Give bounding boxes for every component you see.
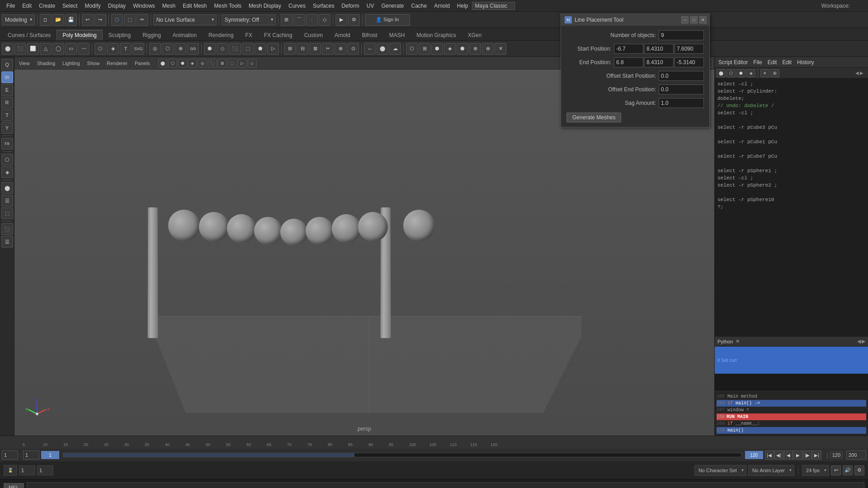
tool-bevel[interactable]: ◇ [217,43,228,55]
tool-extra1[interactable]: ⬡ [406,43,418,55]
range-end-indicator[interactable]: 120 [745,451,763,459]
sphere-3[interactable] [227,214,256,243]
script-editor-edit2[interactable]: Edit [782,59,792,66]
step-back-btn[interactable]: ◀| [774,450,783,460]
status-frame-input[interactable] [19,465,35,475]
sphere-6[interactable] [306,217,334,245]
menu-generate[interactable]: Generate [377,2,407,10]
offset-start-input[interactable] [659,71,704,81]
vp-shading[interactable]: Shading [34,60,58,66]
render-settings-btn[interactable]: ⚙ [348,14,360,26]
tool-svg[interactable]: SVG [132,43,144,55]
vp-icon7[interactable]: ⊞ [218,59,227,68]
tool-separate[interactable]: ◈ [107,43,119,55]
symmetry-dropdown[interactable]: Symmetry: Off [222,14,276,25]
play-forward-btn[interactable]: ▶ [793,450,802,460]
menu-mesh[interactable]: Mesh [159,2,179,10]
menu-windows[interactable]: Windows [129,2,159,10]
tool-universal[interactable]: T [1,109,13,121]
tool-cube[interactable]: ⬛ [14,43,26,55]
menu-surfaces[interactable]: Surfaces [309,2,338,10]
vp-icon8[interactable]: ⬚ [228,59,237,68]
vp-view[interactable]: View [16,60,33,66]
start-y-input[interactable] [644,44,674,54]
tab-poly-modeling[interactable]: Poly Modeling [57,30,102,40]
menu-edit-mesh[interactable]: Edit Mesh [179,2,210,10]
tool-show[interactable]: ☰ [1,195,13,206]
offset-end-input[interactable] [659,84,704,94]
tool-outliner[interactable]: ⬚ [1,207,13,219]
tool-target-weld[interactable]: ⊙ [347,43,359,55]
tool-fill[interactable]: ⬚ [242,43,254,55]
tool-extra3[interactable]: ⬢ [431,43,443,55]
current-frame-input[interactable] [2,450,18,460]
se-btn6[interactable]: ⊞ [770,69,779,77]
tool-wedge[interactable]: ▷ [267,43,279,55]
tool-soft-mod[interactable]: Y [1,122,13,134]
tool-extract[interactable]: T [120,43,132,55]
tool-move[interactable]: W [1,71,13,83]
snap-curve-btn[interactable]: ⌒ [293,14,305,26]
fps-dropdown[interactable]: 24 fps [802,465,829,476]
render-btn[interactable]: ▶ [335,14,347,26]
se-btn1[interactable]: ⬤ [717,69,726,77]
mode-dropdown[interactable]: Modeling [2,14,35,25]
start-z-input[interactable] [675,44,704,54]
tool-cone[interactable]: △ [40,43,52,55]
tool-extra8[interactable]: ✕ [495,43,506,55]
tool-mirror[interactable]: ⬡ [162,43,174,55]
tool-poke[interactable]: ⬟ [255,43,266,55]
menu-help[interactable]: Help [453,2,472,10]
se-btn4[interactable]: ◈ [746,69,755,77]
python-code-block[interactable]: 265 Main method 266 if main() -> 267 win… [715,391,868,436]
win-restore-btn[interactable]: □ [690,16,698,23]
menu-edit[interactable]: Edit [19,2,35,10]
vp-panels[interactable]: Panels [132,60,153,66]
menu-file[interactable]: File [3,2,19,10]
undo-btn[interactable]: ↩ [82,14,94,26]
open-btn[interactable]: 📂 [52,14,64,26]
tool-transform[interactable]: ↔ [364,43,376,55]
tool-boolean[interactable]: ⊕ [175,43,186,55]
script-editor-edit[interactable]: Edit [768,59,777,66]
sign-in-btn[interactable]: 👤 Sign In [365,14,410,26]
select-tool[interactable]: ⬡ [111,14,123,26]
mel-tab[interactable]: MEL [4,483,24,488]
win-minimize-btn[interactable]: – [681,16,689,23]
tool-snap2[interactable]: ◈ [1,166,13,178]
tool-extrude[interactable]: ⬢ [204,43,216,55]
go-to-end-btn[interactable]: ▶| [812,450,821,460]
tab-fx-caching[interactable]: FX Caching [258,30,298,40]
end-y-input[interactable] [644,57,674,67]
tool-multicut[interactable]: ⊗ [335,43,346,55]
vp-icon3[interactable]: ⬢ [178,59,187,68]
tool-cylinder[interactable]: ⬜ [27,43,39,55]
tab-custom[interactable]: Custom [298,30,329,40]
tab-bifrost[interactable]: Bifrost [356,30,383,40]
python-close[interactable]: ✕ [736,338,740,344]
tool-offset-loop[interactable]: ⊟ [297,43,308,55]
script-editor-history[interactable]: History [797,59,814,66]
start-frame-input[interactable] [23,450,39,460]
tab-rigging[interactable]: Rigging [137,30,167,40]
vp-icon4[interactable]: ◈ [188,59,197,68]
python-arrow-left[interactable]: ◀ [857,338,861,344]
range-start-indicator[interactable]: 1 [41,451,59,459]
num-objects-input[interactable] [659,30,704,40]
play-back-btn[interactable]: ◀ [784,450,793,460]
status-icon2[interactable]: 🔊 [843,465,853,475]
tool-remesh[interactable]: 0/0 [187,43,199,55]
tab-arnold[interactable]: Arnold [329,30,356,40]
vp-renderer[interactable]: Renderer [104,60,130,66]
vp-icon2[interactable]: ⬡ [168,59,177,68]
script-output[interactable]: select -cl ; select -r pCylinder: doDele… [715,79,868,336]
timeline-range-bar[interactable] [63,453,741,457]
tool-channel[interactable]: ☰ [1,236,13,248]
sphere-7[interactable] [332,214,361,243]
se-arrow[interactable]: ◀ ▶ [855,70,863,75]
tool-torus[interactable]: ◯ [52,43,64,55]
tool-extra2[interactable]: ⊞ [419,43,430,55]
tool-sphere[interactable]: ⬤ [2,43,14,55]
tab-animation[interactable]: Animation [167,30,203,40]
tool-snap[interactable]: ⬡ [1,154,13,165]
